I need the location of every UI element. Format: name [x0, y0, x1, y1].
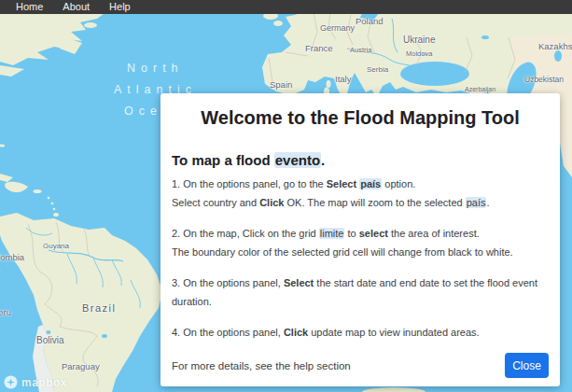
map-label-azerbaijan: Azerbaijan	[465, 86, 495, 92]
text-segment: the area of interest.	[388, 228, 480, 239]
map-label-france: France	[305, 43, 333, 53]
map-label-guyana: Guyana	[43, 242, 69, 250]
dialog-subtitle: To map a flood evento.	[172, 152, 549, 168]
nav-item-help[interactable]: Help	[109, 0, 131, 14]
mapbox-wordmark: mapbox	[21, 376, 67, 389]
map-label-moldova: Moldova	[406, 49, 432, 58]
text-segment: The boundary color of the selected grid …	[172, 246, 513, 258]
instruction-step-2: 2. On the map, Click on the grid limite …	[172, 224, 549, 261]
map-label-italy: Italy	[335, 74, 351, 84]
map-label-kazakhstan: Kazakhstan	[538, 41, 572, 51]
map-label-north: North	[127, 62, 184, 75]
text-segment: select	[359, 228, 388, 239]
welcome-dialog: Welcome to the Flood Mapping Tool To map…	[160, 93, 560, 386]
map-label-poland: Poland	[356, 16, 384, 26]
text-segment: país	[359, 178, 382, 189]
text-segment: 3. On the options panel,	[172, 277, 284, 288]
text-segment: limite	[319, 228, 345, 239]
text-segment: update map to view inundated areas.	[308, 327, 479, 338]
instruction-step-1: 1. On the options panel, go to the Selec…	[172, 175, 549, 212]
text-segment: to	[344, 228, 358, 239]
text-segment: Select	[284, 277, 314, 288]
text-segment: .	[321, 152, 325, 168]
map-label-bolivia: Bolivia	[36, 335, 63, 345]
text-segment: país	[466, 197, 487, 208]
map-label-ukraine: Ukraine	[403, 35, 435, 45]
map-label-uzbekistan: Uzbekistan	[524, 75, 564, 84]
map-label-peru: Peru	[0, 307, 11, 317]
text-segment: Click	[284, 327, 308, 338]
map-label-serbia: Serbia	[367, 65, 388, 74]
dialog-title: Welcome to the Flood Mapping Tool	[172, 107, 549, 129]
map-label-germany: Germany	[320, 23, 355, 33]
instruction-step-4: 4. On the options panel, Click update ma…	[172, 323, 549, 342]
text-segment: 4. On the options panel,	[172, 327, 284, 338]
close-button[interactable]: Close	[505, 353, 549, 378]
app-window: NorthAtlanticOceanPolandGermanyUkraineFr…	[0, 0, 572, 392]
map-label-colombia: Colombia	[0, 252, 24, 262]
instruction-step-3: 3. On the options panel, Select the star…	[172, 273, 549, 311]
help-hint-text: For more details, see the help section	[172, 360, 351, 371]
mapbox-logo[interactable]: mapbox	[4, 375, 67, 389]
nav-item-about[interactable]: About	[63, 0, 90, 14]
text-segment: Click	[259, 197, 284, 208]
text-segment: Select	[327, 178, 359, 189]
nav-item-home[interactable]: Home	[16, 0, 43, 14]
map-label-brazil: Brazil	[82, 302, 117, 314]
map-label-austria: Austria	[350, 46, 371, 54]
text-segment: OK. The map will zoom to the selected	[284, 197, 465, 208]
text-segment: .	[486, 197, 489, 208]
top-navbar: Home About Help	[0, 0, 572, 14]
text-segment: 2. On the map, Click on the grid	[172, 228, 319, 239]
text-segment: option.	[382, 178, 415, 189]
black-sea	[400, 62, 469, 86]
dialog-footer: For more details, see the help section C…	[172, 353, 549, 378]
text-segment: To map a flood	[172, 152, 274, 168]
text-segment: Select country and	[172, 197, 259, 208]
mapbox-icon	[4, 375, 18, 389]
map-label-spain: Spain	[270, 79, 292, 90]
text-segment: evento	[274, 152, 321, 168]
text-segment: 1. On the options panel, go to the	[172, 178, 327, 189]
map-label-paraguay: Paraguay	[62, 361, 100, 371]
